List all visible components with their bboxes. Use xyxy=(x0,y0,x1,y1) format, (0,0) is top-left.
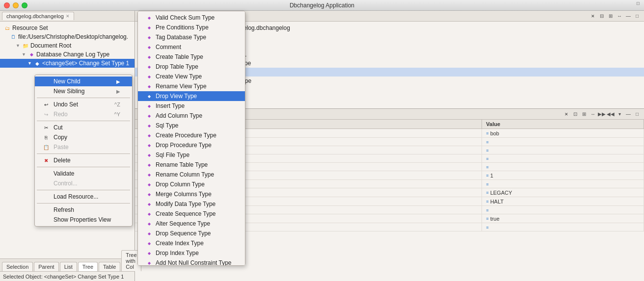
submenu-tag-database[interactable]: Tag Database Type xyxy=(138,32,245,42)
submenu-drop-index[interactable]: Drop Index Type xyxy=(138,248,245,258)
tree-item-resource-set[interactable]: 🗂 Resource Set xyxy=(0,24,134,32)
prop-action-4[interactable]: ▶▶ xyxy=(598,110,606,118)
menu-validate[interactable]: Validate xyxy=(35,169,132,179)
delete-icon: ✖ xyxy=(43,157,50,164)
submenu-create-view[interactable]: Create View Type xyxy=(138,72,245,81)
bottom-tabs: Selection Parent List Tree Table Tree wi… xyxy=(0,258,134,271)
prop-minimize[interactable]: — xyxy=(624,110,632,118)
close-button[interactable] xyxy=(4,2,10,8)
submenu-drop-sequence[interactable]: Drop Sequence Type xyxy=(138,229,245,238)
submenu-label-tag-database: Tag Database Type xyxy=(156,34,206,41)
tab-tree[interactable]: Tree xyxy=(78,262,98,271)
menu-new-child[interactable]: New Child ▶ xyxy=(35,77,132,86)
submenu-create-procedure[interactable]: Create Procedure Type xyxy=(138,130,245,140)
sub-icon-drop-index xyxy=(146,250,153,256)
submenu-sql-file[interactable]: Sql File Type xyxy=(138,150,245,160)
prop-action-1[interactable]: ⊡ xyxy=(571,110,579,118)
submenu-create-index[interactable]: Create Index Type xyxy=(138,238,245,248)
diamond-icon-db: ◆ xyxy=(28,51,35,58)
tree-item-db-change-log[interactable]: ▼ ◆ Database Change Log Type xyxy=(0,50,134,59)
tab-selection[interactable]: Selection xyxy=(2,262,33,271)
value-icon: ≡ xyxy=(486,148,488,153)
prop-action-5[interactable]: ◀◀ xyxy=(607,110,615,118)
submenu-add-not-null[interactable]: Add Not Null Constraint Type xyxy=(138,258,245,266)
sub-icon-add-column xyxy=(146,112,153,119)
submenu-create-table[interactable]: Create Table Type xyxy=(138,52,245,62)
submenu-modify-data-type[interactable]: Modify Data Type Type xyxy=(138,199,245,209)
submenu-comment[interactable]: Comment xyxy=(138,42,245,52)
submenu-valid-check-sum[interactable]: Valid Check Sum Type xyxy=(138,13,245,23)
sub-icon-create-seq xyxy=(146,210,153,217)
outline-action-3[interactable]: ↔ xyxy=(616,12,623,20)
properties-icon xyxy=(43,216,50,223)
tree-item-changeset[interactable]: ▼ ◆ <changeSet> Change Set Type 1 xyxy=(0,59,134,68)
prop-action-2[interactable]: ⊞ xyxy=(580,110,588,118)
sub-icon-alter-seq xyxy=(146,220,153,227)
value-icon: ≡ xyxy=(486,182,488,187)
submenu-merge-columns[interactable]: Merge Columns Type xyxy=(138,189,245,199)
submenu-rename-column[interactable]: Rename Column Type xyxy=(138,170,245,179)
submenu-label-alter-sequence: Alter Sequence Type xyxy=(156,220,210,227)
prop-dropdown[interactable]: ▾ xyxy=(616,110,623,118)
submenu-rename-view[interactable]: Rename View Type xyxy=(138,81,245,91)
outline-minimize[interactable]: — xyxy=(624,12,632,20)
tree-label-changeset: <changeSet> Change Set Type 1 xyxy=(42,60,129,67)
menu-delete[interactable]: ✖ Delete xyxy=(35,155,132,165)
submenu-sql[interactable]: Sql Type xyxy=(138,121,245,130)
window-controls[interactable] xyxy=(4,2,27,8)
menu-cut[interactable]: ✂ Cut xyxy=(35,123,132,132)
menu-load-resource-label: Load Resource... xyxy=(54,193,120,200)
prop-maximize[interactable]: □ xyxy=(633,110,641,118)
tree-item-document-root[interactable]: ▼ 📁 Document Root xyxy=(0,41,134,50)
minimize-button[interactable] xyxy=(13,2,19,8)
menu-new-sibling[interactable]: New Sibling ▶ xyxy=(35,86,132,96)
menu-show-properties-label: Show Properties View xyxy=(54,216,120,223)
menu-show-properties[interactable]: Show Properties View xyxy=(35,215,132,225)
menu-copy[interactable]: ⎘ Copy xyxy=(35,132,132,142)
tab-list[interactable]: List xyxy=(60,262,77,271)
submenu-rename-table[interactable]: Rename Table Type xyxy=(138,160,245,170)
editor-tab[interactable]: changelog.dbchangelog ✕ xyxy=(2,12,74,20)
tab-table[interactable]: Table xyxy=(99,262,120,271)
menu-paste-label: Paste xyxy=(54,144,120,151)
submenu-alter-sequence[interactable]: Alter Sequence Type xyxy=(138,219,245,229)
cut-icon: ✂ xyxy=(43,124,50,131)
properties-actions: ⊡ ⊞ ↔ ▶▶ ◀◀ ▾ — □ xyxy=(571,110,641,118)
menu-cut-label: Cut xyxy=(54,124,120,131)
tab-parent[interactable]: Parent xyxy=(34,262,58,271)
submenu-drop-table[interactable]: Drop Table Type xyxy=(138,62,245,72)
editor-tab-close[interactable]: ✕ xyxy=(66,14,70,19)
submenu-label-create-sequence: Create Sequence Type xyxy=(156,210,216,217)
menu-refresh[interactable]: Refresh xyxy=(35,205,132,215)
submenu-drop-procedure[interactable]: Drop Procedure Type xyxy=(138,140,245,150)
sub-icon-drop-table xyxy=(146,63,153,70)
property-value: ≡ xyxy=(482,180,644,188)
outline-maximize[interactable]: □ xyxy=(633,12,641,20)
menu-load-resource[interactable]: Load Resource... xyxy=(35,192,132,202)
sub-icon-pre xyxy=(146,24,153,31)
submenu-create-sequence[interactable]: Create Sequence Type xyxy=(138,209,245,219)
tree-item-file-path[interactable]: 🗒 file:/Users/Christophe/Desktop/changel… xyxy=(0,32,134,41)
properties-tab-close[interactable]: ✕ xyxy=(564,112,568,117)
refresh-icon xyxy=(43,206,50,213)
submenu-insert[interactable]: Insert Type xyxy=(138,101,245,111)
menu-refresh-label: Refresh xyxy=(54,206,120,213)
submenu-drop-column[interactable]: Drop Column Type xyxy=(138,179,245,189)
validate-icon xyxy=(43,170,50,177)
value-icon: ≡ xyxy=(486,190,488,195)
maximize-button[interactable] xyxy=(22,2,27,8)
menu-new-sibling-arrow: ▶ xyxy=(116,89,120,94)
tree-label-file-path: file:/Users/Christophe/Desktop/changelog… xyxy=(18,33,128,40)
prop-action-3[interactable]: ↔ xyxy=(589,110,597,118)
outline-action-1[interactable]: ⊟ xyxy=(598,12,606,20)
outline-action-2[interactable]: ⊞ xyxy=(607,12,615,20)
control-icon xyxy=(43,180,50,187)
submenu-label-drop-procedure: Drop Procedure Type xyxy=(156,142,212,149)
submenu-add-column[interactable]: Add Column Type xyxy=(138,111,245,121)
submenu-drop-view[interactable]: Drop View Type xyxy=(138,91,245,101)
menu-undo-set[interactable]: ↩ Undo Set ^Z xyxy=(35,100,132,109)
sub-icon-merge-columns xyxy=(146,191,153,198)
submenu-pre-conditions[interactable]: Pre Conditions Type xyxy=(138,23,245,32)
app-title: Dbchangelog Application xyxy=(290,2,354,9)
outline-tab-close[interactable]: ✕ xyxy=(591,14,595,19)
